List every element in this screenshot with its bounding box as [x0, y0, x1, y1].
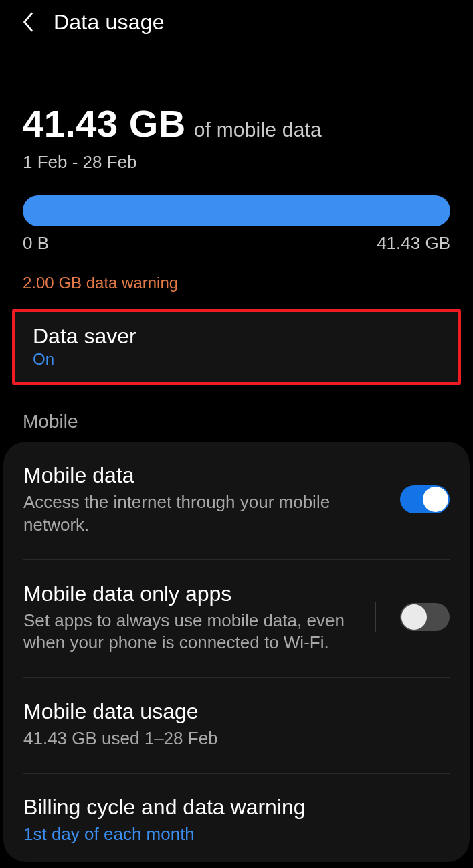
app-header: Data usage: [0, 0, 473, 41]
divider-icon: [375, 602, 376, 632]
mobile-data-only-apps-sub: Set apps to always use mobile data, even…: [23, 610, 361, 655]
data-saver-row[interactable]: Data saver On: [12, 309, 461, 385]
usage-amount: 41.43 GB: [23, 102, 186, 145]
back-icon[interactable]: [16, 10, 40, 34]
billing-cycle-row[interactable]: Billing cycle and data warning 1st day o…: [23, 774, 450, 862]
usage-bar[interactable]: 0 B 41.43 GB: [23, 195, 450, 254]
data-saver-title: Data saver: [33, 324, 440, 349]
mobile-data-only-apps-toggle[interactable]: [400, 603, 450, 631]
mobile-section: Mobile data Access the internet through …: [3, 442, 470, 862]
mobile-data-only-apps-title: Mobile data only apps: [23, 580, 361, 607]
mobile-data-only-apps-row[interactable]: Mobile data only apps Set apps to always…: [23, 560, 450, 679]
mobile-data-toggle[interactable]: [400, 485, 450, 513]
usage-suffix: of mobile data: [194, 118, 322, 141]
mobile-data-usage-sub: 41.43 GB used 1–28 Feb: [23, 727, 450, 750]
data-saver-status: On: [33, 350, 440, 369]
usage-summary: 41.43 GB of mobile data 1 Feb - 28 Feb 0…: [0, 41, 473, 292]
usage-period: 1 Feb - 28 Feb: [23, 152, 450, 173]
mobile-data-title: Mobile data: [23, 462, 376, 489]
billing-cycle-title: Billing cycle and data warning: [23, 794, 450, 820]
data-warning-text: 2.00 GB data warning: [23, 274, 450, 292]
mobile-data-usage-title: Mobile data usage: [23, 698, 450, 725]
mobile-data-sub: Access the internet through your mobile …: [23, 491, 376, 537]
mobile-data-row[interactable]: Mobile data Access the internet through …: [23, 442, 450, 560]
page-title: Data usage: [54, 10, 165, 35]
usage-bar-max: 41.43 GB: [377, 233, 450, 254]
mobile-data-usage-row[interactable]: Mobile data usage 41.43 GB used 1–28 Feb: [23, 678, 450, 774]
billing-cycle-sub: 1st day of each month: [23, 823, 450, 846]
section-mobile-label: Mobile: [23, 411, 473, 432]
usage-bar-min: 0 B: [23, 233, 49, 254]
